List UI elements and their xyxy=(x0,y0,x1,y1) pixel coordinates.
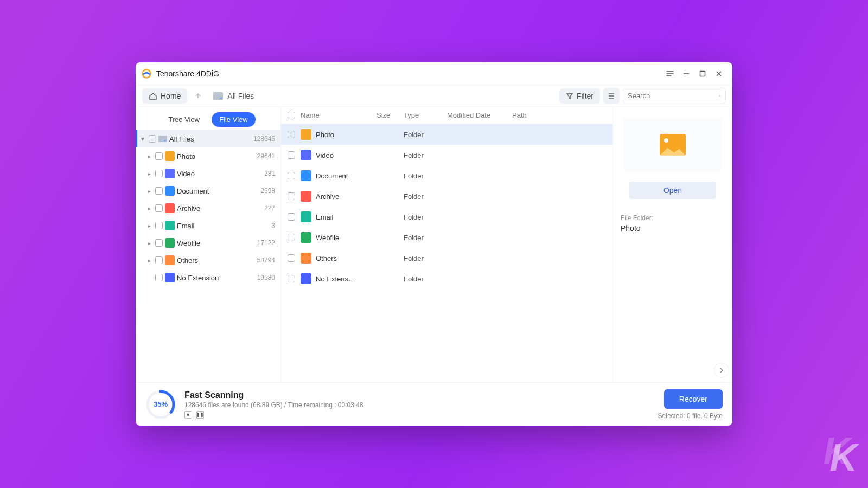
tree-item-count: 29641 xyxy=(257,152,275,160)
checkbox[interactable] xyxy=(155,170,163,177)
checkbox[interactable] xyxy=(155,274,163,281)
tree-item-count: 227 xyxy=(264,204,275,212)
table-row[interactable]: Video Folder xyxy=(281,145,612,165)
table-row[interactable]: Webfile Folder xyxy=(281,227,612,248)
titlebar: Tenorshare 4DDiG xyxy=(136,62,732,85)
table-row[interactable]: Document Folder xyxy=(281,165,612,186)
row-name-text: Document xyxy=(316,172,348,180)
tree-item-count: 3 xyxy=(271,222,275,229)
folder-type-icon xyxy=(301,150,311,160)
home-button[interactable]: Home xyxy=(142,88,187,104)
folder-type-icon xyxy=(301,170,311,181)
tree-item[interactable]: ▸ Webfile 17122 xyxy=(136,234,280,252)
tree-item-label: No Extension xyxy=(177,274,255,282)
tree-item[interactable]: ▸ Document 2998 xyxy=(136,182,280,200)
preview-thumbnail xyxy=(624,118,722,172)
folder-type-icon xyxy=(165,238,175,248)
caret-right-icon[interactable]: ▸ xyxy=(145,171,153,177)
checkbox[interactable] xyxy=(288,172,295,179)
checkbox[interactable] xyxy=(288,131,295,138)
caret-right-icon[interactable]: ▸ xyxy=(145,258,153,264)
checkbox[interactable] xyxy=(155,152,163,160)
checkbox[interactable] xyxy=(288,213,295,221)
row-name-text: No Extens… xyxy=(316,275,355,283)
col-modified[interactable]: Modified Date xyxy=(447,111,512,119)
minimize-button[interactable] xyxy=(678,66,694,82)
search-box[interactable] xyxy=(623,88,726,104)
col-size[interactable]: Size xyxy=(376,111,404,119)
tree-item[interactable]: ▸ Others 58794 xyxy=(136,252,280,269)
checkbox[interactable] xyxy=(155,256,163,264)
progress-percent: 35% xyxy=(145,389,176,420)
tab-tree-view[interactable]: Tree View xyxy=(161,112,207,127)
col-type[interactable]: Type xyxy=(404,111,447,119)
checkbox-all[interactable] xyxy=(288,112,295,119)
row-type: Folder xyxy=(404,151,447,159)
tree-root-all-files[interactable]: ▼ All Files 128646 xyxy=(136,130,280,147)
tree-item-count: 17122 xyxy=(257,239,275,247)
search-input[interactable] xyxy=(628,92,719,100)
app-logo-icon xyxy=(141,68,152,79)
close-button[interactable] xyxy=(711,66,727,82)
next-button[interactable] xyxy=(714,363,729,378)
tree-item-count: 2998 xyxy=(260,187,275,195)
folder-type-icon xyxy=(165,203,175,213)
pause-button[interactable]: ❚❚ xyxy=(196,411,204,419)
maximize-button[interactable] xyxy=(694,66,711,82)
tree-item[interactable]: ▸ Archive 227 xyxy=(136,200,280,217)
table-row[interactable]: Email Folder xyxy=(281,207,612,227)
checkbox[interactable] xyxy=(155,239,163,247)
preview-panel: Open File Folder: Photo xyxy=(613,107,732,382)
checkbox[interactable] xyxy=(155,204,163,212)
row-type: Folder xyxy=(404,234,447,242)
tree-item[interactable]: No Extension 19580 xyxy=(136,269,280,286)
hamburger-menu-icon[interactable] xyxy=(662,66,678,82)
checkbox[interactable] xyxy=(288,254,295,262)
folder-type-icon xyxy=(301,253,311,264)
caret-down-icon[interactable]: ▼ xyxy=(139,136,146,142)
table-row[interactable]: Others Folder xyxy=(281,248,612,268)
view-tabs: Tree View File View xyxy=(136,107,280,130)
checkbox[interactable] xyxy=(149,135,156,143)
folder-type-icon xyxy=(165,221,175,230)
drive-icon xyxy=(158,136,167,142)
stop-button[interactable]: ■ xyxy=(184,411,192,419)
tab-file-view[interactable]: File View xyxy=(212,112,256,127)
drive-icon xyxy=(213,92,223,100)
checkbox[interactable] xyxy=(155,187,163,195)
home-icon xyxy=(149,92,157,100)
open-button[interactable]: Open xyxy=(629,182,716,199)
breadcrumb[interactable]: All Files xyxy=(213,92,254,100)
table-row[interactable]: Archive Folder xyxy=(281,186,612,207)
col-name[interactable]: Name xyxy=(301,111,376,119)
recover-button[interactable]: Recover xyxy=(664,389,723,409)
table-row[interactable]: Photo Folder xyxy=(281,124,612,145)
table-row[interactable]: No Extens… Folder xyxy=(281,268,612,289)
tree-item[interactable]: ▸ Email 3 xyxy=(136,217,280,234)
svg-rect-1 xyxy=(700,71,705,76)
checkbox[interactable] xyxy=(288,192,295,200)
up-button[interactable] xyxy=(190,88,206,104)
watermark-icon: K xyxy=(829,436,857,479)
sidebar: Tree View File View ▼ All Files 128646 ▸… xyxy=(136,107,281,382)
caret-right-icon[interactable]: ▸ xyxy=(145,153,153,159)
col-path[interactable]: Path xyxy=(512,111,606,119)
caret-right-icon[interactable]: ▸ xyxy=(145,188,153,194)
tree-item-label: Others xyxy=(177,256,255,265)
checkbox[interactable] xyxy=(288,275,295,282)
tree-root-count: 128646 xyxy=(253,135,275,143)
checkbox[interactable] xyxy=(288,234,295,241)
caret-right-icon[interactable]: ▸ xyxy=(145,206,153,211)
row-type: Folder xyxy=(404,254,447,262)
filter-button[interactable]: Filter xyxy=(559,88,600,104)
image-icon xyxy=(660,134,686,156)
caret-right-icon[interactable]: ▸ xyxy=(145,223,153,229)
tree-item-count: 281 xyxy=(264,170,275,177)
caret-right-icon[interactable]: ▸ xyxy=(145,240,153,246)
tree-item[interactable]: ▸ Video 281 xyxy=(136,165,280,182)
checkbox[interactable] xyxy=(288,151,295,159)
tree-item-label: Document xyxy=(177,187,258,195)
checkbox[interactable] xyxy=(155,222,163,229)
tree-item[interactable]: ▸ Photo 29641 xyxy=(136,147,280,165)
list-view-button[interactable] xyxy=(603,88,620,104)
